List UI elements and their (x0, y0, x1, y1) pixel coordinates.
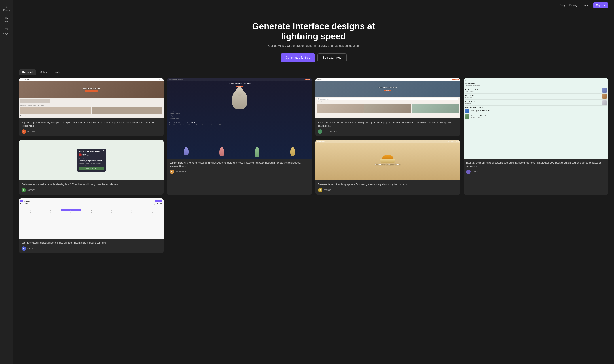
co2-close-icon: ✕ (103, 150, 105, 152)
delta-logo: Δ (78, 154, 81, 156)
svg-rect-3 (5, 18, 7, 18)
card-grid: House of 1998 Search Shop the new collec… (19, 78, 608, 253)
card-apparel[interactable]: House of 1998 Search Shop the new collec… (19, 78, 164, 136)
grains-mock-screen: European Grains HomeCatalogDelivery Welc… (315, 140, 460, 180)
atomic-author: James Clear (465, 97, 601, 98)
house-author-avatar: T (318, 129, 322, 134)
web3-author-avatar: S (170, 169, 174, 174)
resources-header: Resources Learn from top experts (465, 83, 607, 86)
tab-web[interactable]: Web (51, 69, 63, 75)
grains-field (380, 159, 395, 163)
habit-author: Charles Duhigg (465, 91, 601, 92)
thumb-2 (26, 99, 32, 103)
podcast-2-text: The science of habit formation Podcast ·… (470, 115, 492, 118)
card-seminar[interactable]: Beta Seminar New Seminar August 2021 Sep… (19, 198, 164, 253)
calendar-header: August 2021 September 2021 (20, 203, 162, 205)
cal-10: 10 (61, 209, 81, 211)
listing-1 (316, 104, 364, 113)
house-nav: Home Base List property (315, 78, 460, 81)
card-web3-desc: Landing page for a web3 innovation compe… (170, 161, 309, 168)
apparel-hero-image: Shop the new collection Search for produ… (19, 81, 164, 98)
web3-what-is: What is the Web3 Innovation Competition?… (167, 121, 312, 127)
tab-featured[interactable]: Featured (19, 69, 36, 75)
card-seminar-author: S semdev (22, 246, 161, 251)
svg-marker-1 (6, 5, 7, 7)
apparel-nav: House of 1998 Search (19, 78, 164, 81)
apparel-thumbnails (19, 98, 164, 104)
tabs: Featured Mobile Web (19, 69, 608, 75)
hero-subtitle: Galileo AI is a UI generation platform f… (19, 44, 608, 48)
airline-details: Delta LAX to JFK (82, 154, 104, 156)
card-resources[interactable]: ← Resources Learn from top experts The P… (464, 78, 608, 195)
co2-cta-button[interactable]: Mangrove Purchase (78, 167, 104, 170)
card-grains[interactable]: European Grains HomeCatalogDelivery Welc… (315, 140, 460, 195)
community-stories-label: Community stories (19, 115, 164, 117)
listen-section-title: Listen and learn on the go (465, 106, 607, 108)
compass-icon (4, 4, 9, 8)
hero-section: Generate interface designs at lightning … (13, 10, 614, 69)
cal-15: 15 (20, 211, 40, 213)
seminar-author-avatar: S (22, 246, 26, 251)
grains-nav: European Grains HomeCatalogDelivery (315, 140, 460, 143)
login-link[interactable]: Log in (581, 4, 588, 7)
seminar-calendar: S M T W T F S 1 2 3 4 5 6 (20, 205, 162, 213)
seminar-header-text: Beta Seminar (24, 200, 30, 202)
podcast-item-1: How to build habits that last Podcast · … (465, 108, 607, 114)
card-web3[interactable]: Web3 Innovation Competition Register The… (167, 78, 312, 195)
resources-author-avatar: C (466, 169, 470, 174)
sidebar-item-explore-label: Explore (3, 9, 10, 11)
card-grains-desc: European Grains: A landing page for a Eu… (318, 183, 457, 186)
cal-8: 8 (20, 209, 40, 211)
cal-20: 20 (122, 211, 142, 213)
card-house-preview: Home Base List property Find your perfec… (315, 78, 460, 118)
get-started-button[interactable]: Get started for free (280, 53, 315, 62)
pricing-link[interactable]: Pricing (569, 4, 577, 7)
resources-subtitle: Learn from top experts (465, 85, 607, 86)
signup-button[interactable]: Sign up (593, 2, 608, 8)
co2-author-name: ecodev (27, 189, 35, 191)
web3-author-name: satojandro (176, 170, 186, 173)
card-co2-desc: Carbon emissions tracker: A modal showin… (22, 183, 161, 186)
card-co2-author: E ecodev (22, 188, 161, 192)
tab-mobile[interactable]: Mobile (37, 69, 51, 75)
card-grains-body: European Grains: A landing page for a Eu… (315, 180, 460, 195)
seminar-header: Beta Seminar New Seminar (20, 200, 162, 202)
thumb-3 (32, 99, 38, 103)
blog-link[interactable]: Blog (560, 4, 565, 7)
house-hero-text: Find your perfect home Search (379, 86, 397, 91)
card-apparel-preview: House of 1998 Search Shop the new collec… (19, 78, 164, 118)
co2-amount: 2,100 kg of CO2 emissions (78, 157, 104, 159)
great-title: Good to Great (465, 101, 601, 103)
card-house[interactable]: Home Base List property Find your perfec… (315, 78, 460, 136)
web3-statue (232, 91, 247, 109)
web3-statue-head (236, 87, 243, 96)
seminar-author-name: semdev (27, 247, 35, 250)
atomic-thumb (602, 94, 607, 99)
resources-author-name: Coldst (472, 170, 478, 173)
card-seminar-preview: Beta Seminar New Seminar August 2021 Sep… (19, 198, 164, 239)
cal-17: 17 (61, 211, 81, 213)
podcast-2-title: The science of habit formation (470, 115, 492, 117)
airline-route: LAX to JFK (82, 155, 104, 156)
web3-details: · Competition Launch · Submission Deadli… (167, 110, 312, 121)
sidebar-item-explore[interactable]: Explore (1, 2, 13, 13)
house-search: 🔍 Search properties... (317, 98, 458, 100)
tabs-section: Featured Mobile Web (13, 69, 614, 78)
resource-item-atomic: Atomic Habits James Clear (465, 93, 607, 100)
airline-name: Delta (82, 154, 104, 155)
sidebar-item-text-to-ui[interactable]: Text to UI (1, 14, 13, 25)
cal-12: 12 (102, 209, 122, 211)
cal-11: 11 (81, 209, 101, 211)
card-apparel-desc: Apparel shop and community web app: A ho… (22, 121, 161, 128)
co2-question: How many mangroves do I need? (78, 160, 104, 162)
cal-21: 21 (142, 211, 162, 213)
house-featured-label: Featured for you (315, 101, 460, 103)
sidebar-item-image-to-ui[interactable]: Image to UI (1, 26, 13, 39)
grains-sun (382, 155, 393, 162)
podcast-1-title: How to build habits that last (470, 110, 490, 111)
card-co2-body: Carbon emissions tracker: A modal showin… (19, 180, 164, 195)
card-co2[interactable]: ✕ Your flight's CO2 emissions Δ Delta LA… (19, 140, 164, 195)
resource-habit-text: The Power of Habit Charles Duhigg (465, 89, 601, 92)
resource-great-text: Good to Great Jim Collins (465, 101, 601, 104)
see-examples-button[interactable]: See examples (317, 53, 346, 62)
